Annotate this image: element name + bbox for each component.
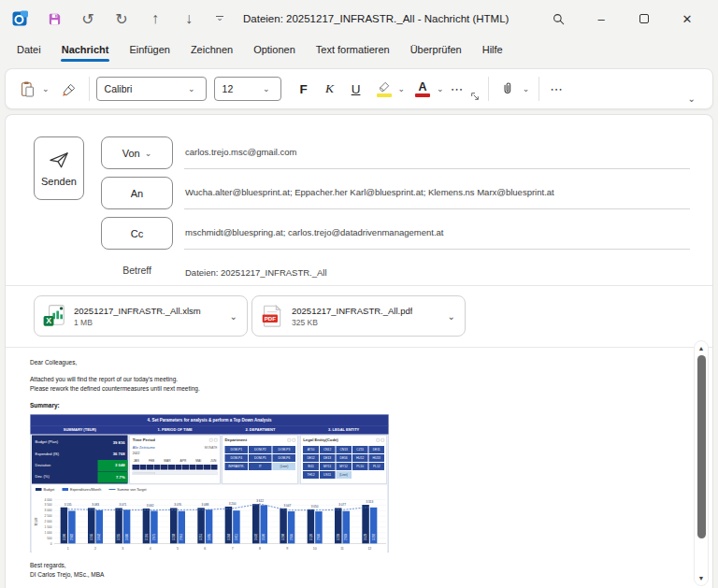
chevron-down-icon: ⌄ <box>145 149 152 158</box>
month-label: JUN <box>210 459 216 464</box>
underline-button[interactable]: U <box>343 76 369 102</box>
slicer-button: (Leer) <box>273 463 296 470</box>
close-button[interactable]: ✕ <box>666 3 709 35</box>
subject-field[interactable]: Dateien: 20251217_INFRASTR._All <box>184 257 690 283</box>
timeline-segment <box>204 465 210 470</box>
attach-file-icon[interactable] <box>495 75 520 103</box>
dashboard-title: 4. Set Parameters for analysis & perform… <box>31 415 389 425</box>
svg-text:3 500: 3 500 <box>262 534 266 540</box>
clear-filter-icon <box>293 438 296 442</box>
slicer-button: DOM-P2 <box>249 446 272 453</box>
to-button[interactable]: An <box>101 177 173 209</box>
summary-row-label: Expended (IS) <box>32 452 98 457</box>
tab-datei[interactable]: Datei <box>7 40 50 62</box>
svg-text:3 062: 3 062 <box>147 504 154 508</box>
summary-row-label: Dev. (%) <box>32 474 98 480</box>
svg-text:3 245: 3 245 <box>90 534 93 540</box>
scroll-up-icon[interactable]: ▲ <box>698 344 705 352</box>
svg-text:0: 0 <box>50 542 52 546</box>
to-field[interactable]: Wucha.alter@bluesprint.at; Eppacher.her … <box>184 177 690 209</box>
summary-row: Expended (IS)36 768 <box>32 449 128 460</box>
tab-nachricht[interactable]: Nachricht <box>52 40 119 62</box>
tab-zeichnen[interactable]: Zeichnen <box>181 40 242 62</box>
paste-button[interactable] <box>15 75 39 103</box>
save-icon[interactable] <box>45 9 64 28</box>
slicer-button: DE11 <box>368 446 384 453</box>
chevron-down-icon: ⌄ <box>185 84 198 93</box>
body-scrollbar[interactable]: ▲ ▼ <box>694 340 709 586</box>
search-icon[interactable] <box>537 3 580 35</box>
minimize-button[interactable]: – <box>580 3 623 35</box>
attachment-xlsm[interactable]: X 20251217_INFRASTR._All.xlsm 1 MB ⌄ <box>34 295 248 337</box>
customize-quick-access-icon[interactable]: ⌄ <box>213 16 226 22</box>
legend-swatch <box>108 489 115 490</box>
attachment-dropdown-icon[interactable]: ⌄ <box>448 311 455 322</box>
highlight-dropdown-icon[interactable]: ⌄ <box>395 84 409 93</box>
font-size-combo[interactable]: 12⌄ <box>214 77 281 101</box>
tab-optionen[interactable]: Optionen <box>244 40 305 62</box>
legend-swatch <box>36 488 42 491</box>
attach-dropdown-icon[interactable]: ⌄ <box>520 84 533 93</box>
svg-text:3 076: 3 076 <box>174 504 181 508</box>
scroll-down-icon[interactable]: ▼ <box>698 574 705 582</box>
slicer-button: DE16 <box>336 454 352 462</box>
from-button[interactable]: Von⌄ <box>101 136 173 169</box>
attachment-dropdown-icon[interactable]: ⌄ <box>230 311 237 322</box>
svg-text:3 042: 3 042 <box>97 534 101 540</box>
attachment-pdf[interactable]: PDF 20251217_INFRASTR._All.pdf 325 KB ⌄ <box>251 295 466 337</box>
more-formatting-icon[interactable]: ⋯ <box>447 81 468 96</box>
svg-text:3 077: 3 077 <box>338 504 346 508</box>
svg-text:3 200: 3 200 <box>229 502 237 506</box>
clear-filter-icon <box>214 438 218 442</box>
slicer-button: TH12 <box>303 471 319 479</box>
divider <box>538 77 539 101</box>
collapse-ribbon-icon[interactable]: ⌄ <box>681 93 703 104</box>
more-commands-icon[interactable]: ⋯ <box>546 81 567 96</box>
timeline-scrollbar <box>133 472 218 476</box>
cc-field[interactable]: mschmidt@bluespring.at; carlos.trejo@dat… <box>184 217 690 250</box>
bold-button[interactable]: F <box>291 76 317 102</box>
redo-icon[interactable]: ↻ <box>112 9 131 28</box>
svg-text:3 235: 3 235 <box>117 534 121 540</box>
italic-button[interactable]: K <box>317 76 343 102</box>
highlight-button[interactable] <box>373 76 395 102</box>
title-bar: ↺ ↻ ↑ ↓ ⌄ Dateien: 20251217_INFRASTR._Al… <box>0 0 718 37</box>
tab-text-formatieren[interactable]: Text formatieren <box>307 40 399 62</box>
dashboard-col-department: 2. DEPARTMENT <box>222 427 298 433</box>
from-field[interactable]: carlos.trejo.msc@gmail.com <box>184 136 690 169</box>
font-name-combo[interactable]: Calibri⌄ <box>96 77 207 101</box>
tab-einfuegen[interactable]: Einfügen <box>120 40 179 62</box>
slicer-button: DOM-P4 <box>224 454 248 462</box>
summary-row-label: Budget (Plan) <box>32 439 98 445</box>
svg-text:10: 10 <box>313 547 317 551</box>
cc-button[interactable]: Cc <box>101 217 173 250</box>
message-body[interactable]: Dear Colleagues, Attached you will find … <box>6 348 712 588</box>
move-up-icon[interactable]: ↑ <box>146 9 165 28</box>
scrollbar-thumb[interactable] <box>697 355 706 538</box>
dashboard-time-period-slicer: Time Period Alle ZeiträumeMONATE 2022 JA… <box>130 436 221 484</box>
tab-ueberpruefen[interactable]: Überprüfen <box>401 40 471 62</box>
month-label: FEB <box>149 459 154 464</box>
body-summary-label: Summary: <box>30 401 684 410</box>
send-button[interactable]: Senden <box>34 136 84 200</box>
slicer-button: AT10 <box>303 446 319 453</box>
svg-text:3 602: 3 602 <box>254 534 258 540</box>
paste-dropdown-icon[interactable]: ⌄ <box>39 84 52 93</box>
timeline-segment <box>154 465 161 470</box>
svg-text:2 975: 2 975 <box>152 534 156 540</box>
svg-text:3 208: 3 208 <box>281 534 285 540</box>
slicer-button: DE12 <box>303 454 319 462</box>
slicer-button: INFRASTR. <box>224 463 248 470</box>
font-color-dropdown-icon[interactable]: ⌄ <box>434 84 447 93</box>
format-painter-icon[interactable] <box>58 75 82 103</box>
move-down-icon[interactable]: ↓ <box>180 9 198 28</box>
maximize-button[interactable] <box>623 3 666 35</box>
tab-hilfe[interactable]: Hilfe <box>473 40 512 62</box>
summary-row: Dev. (%)7.7% <box>32 472 128 483</box>
svg-text:3 000: 3 000 <box>45 509 52 513</box>
dialog-launcher-icon[interactable] <box>470 88 480 105</box>
excel-file-icon: X <box>42 304 66 328</box>
embedded-dashboard-image[interactable]: 4. Set Parameters for analysis & perform… <box>30 414 389 552</box>
undo-icon[interactable]: ↺ <box>79 9 97 28</box>
font-color-button[interactable]: A <box>411 76 434 102</box>
